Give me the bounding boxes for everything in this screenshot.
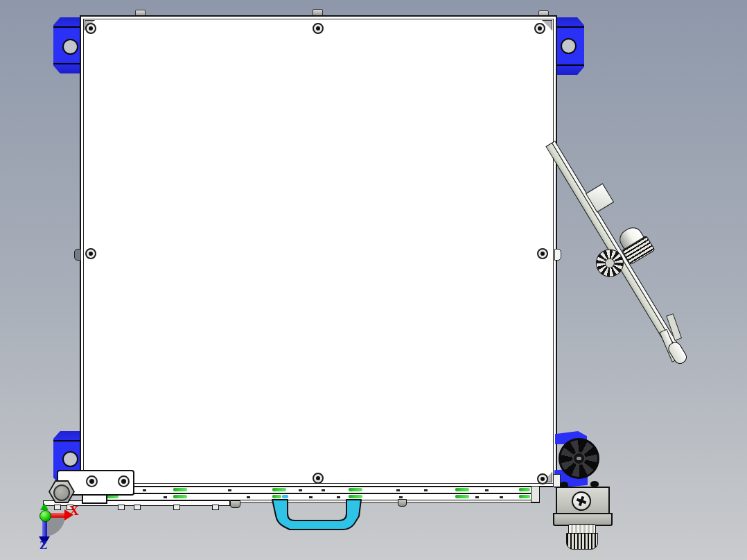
bearing-segment [455, 488, 469, 491]
bracket-hole [62, 39, 78, 55]
rail-tick [500, 496, 503, 498]
bearing-segment [455, 495, 469, 498]
bed-panel[interactable] [80, 15, 557, 487]
rail-tick [164, 496, 167, 498]
bracket-seam [556, 64, 584, 66]
corner-bracket-top-right[interactable] [556, 17, 584, 75]
edge-clip [74, 249, 81, 261]
rail-tick [424, 489, 428, 491]
foot-pad [134, 505, 141, 510]
bracket-hole [62, 451, 78, 467]
corner-bracket-top-left[interactable] [53, 17, 82, 73]
plate-screw [86, 475, 98, 487]
lever-arm[interactable] [545, 141, 686, 363]
bracket-hole [561, 38, 577, 54]
bearing-segment [519, 488, 530, 491]
rail-tick [399, 496, 403, 498]
socket-screw [85, 248, 96, 259]
z-axis-shaft [42, 519, 47, 538]
socket-screw [313, 23, 324, 34]
dome-bolt [560, 482, 568, 487]
foot-pad [54, 505, 61, 510]
foot-pad [118, 505, 125, 510]
rail-tick [299, 489, 302, 491]
socket-screw [537, 473, 548, 484]
cad-viewport[interactable]: X Z [0, 0, 747, 560]
bearing-segment-cyan [282, 495, 288, 498]
socket-screw [537, 248, 548, 259]
rail-tick [309, 496, 313, 498]
rail-tick [475, 496, 479, 498]
x-axis-label: X [69, 504, 79, 517]
z-axis-label: Z [39, 539, 47, 551]
bearing-segment [272, 495, 281, 498]
plate-screw [118, 475, 130, 487]
bracket-seam [53, 63, 82, 64]
panel-frame-line [83, 19, 554, 484]
bearing-segment [349, 495, 362, 498]
rail-bar-upper [100, 487, 540, 493]
nozzle-knurl[interactable] [566, 533, 598, 550]
rail-tick [485, 489, 489, 491]
rail-tick [322, 489, 325, 491]
foot-pad [173, 505, 180, 510]
extruder-handwheel[interactable] [559, 438, 599, 479]
edge-clip [554, 249, 561, 261]
bracket-seam [53, 440, 82, 441]
handwheel-hub [572, 452, 586, 465]
bracket-seam [556, 26, 584, 28]
y-axis-arrowhead [40, 503, 49, 510]
origin-point[interactable] [39, 510, 51, 522]
socket-screw [85, 23, 96, 34]
socket-screw [534, 23, 545, 34]
rail-tick [143, 489, 146, 491]
foot-pad [212, 505, 219, 510]
hanging-bolt [398, 499, 407, 507]
carry-handle-shape [272, 500, 361, 530]
dome-bolt [590, 481, 599, 487]
carry-handle[interactable] [271, 499, 362, 532]
rail-tick [396, 489, 400, 491]
socket-screw [313, 473, 324, 484]
rail-tick [247, 496, 250, 498]
hanging-bolt [230, 500, 240, 508]
rail-tick [337, 496, 340, 498]
bearing-segment [173, 495, 187, 498]
rail-tick [228, 489, 231, 491]
bracket-seam [53, 26, 82, 28]
bearing-segment [173, 488, 187, 491]
bearing-segment [272, 488, 286, 491]
bearing-segment [519, 495, 530, 498]
hex-nut-bore [53, 484, 70, 501]
bearing-segment [349, 488, 362, 491]
arm-end-cap [666, 340, 689, 366]
rail-end-cap [531, 486, 540, 502]
